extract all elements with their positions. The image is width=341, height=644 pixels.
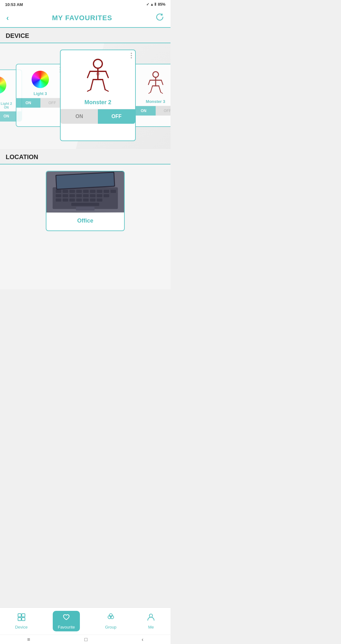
svg-rect-35 [76, 194, 82, 197]
location-cards: Office [0, 164, 170, 239]
monster3-image-area [140, 64, 171, 99]
light3-toggle: ON OFF [16, 98, 64, 108]
device-section: Light 2 ON ON [0, 43, 170, 149]
svg-rect-47 [71, 203, 99, 206]
svg-rect-29 [97, 190, 102, 193]
office-name: Office [46, 212, 124, 230]
monster2-name: Monster 2 [84, 99, 111, 106]
svg-line-4 [106, 71, 108, 78]
office-image [46, 171, 124, 212]
svg-rect-44 [83, 199, 89, 202]
monster2-menu[interactable] [131, 53, 132, 58]
monster3-figure [146, 71, 165, 96]
svg-rect-48 [76, 207, 94, 211]
light2-color-wheel-container [0, 76, 17, 98]
location-section: Office [0, 164, 170, 239]
monster3-off-button[interactable]: OFF [156, 106, 171, 116]
svg-line-17 [151, 86, 153, 92]
svg-line-8 [87, 90, 91, 91]
svg-line-9 [105, 90, 108, 91]
svg-rect-24 [63, 190, 68, 193]
svg-point-10 [96, 72, 100, 76]
devices-carousel: Light 2 ON ON [0, 43, 170, 149]
bluetooth-icon: ✓ [146, 2, 149, 7]
svg-rect-30 [104, 190, 109, 193]
monster2-image-area [77, 50, 118, 99]
svg-line-20 [161, 92, 163, 93]
status-bar: 10:53 AM ✓ ▴ Ⅱ 85% [0, 0, 170, 9]
monster3-card[interactable]: Monster 3 ON OFF [131, 64, 170, 127]
refresh-button[interactable] [155, 13, 164, 23]
svg-point-0 [93, 59, 102, 68]
light3-card[interactable]: Light 3 ON OFF [16, 64, 65, 127]
svg-rect-46 [97, 199, 102, 202]
monster2-card[interactable]: Monster 2 ON OFF [60, 50, 136, 141]
page-title: MY FAVOURITES [9, 14, 155, 22]
svg-rect-28 [90, 190, 96, 193]
light2-color-wheel [0, 76, 6, 94]
location-section-header: LOCATION [0, 149, 170, 164]
svg-rect-37 [90, 194, 96, 197]
light3-image-area [25, 64, 55, 91]
svg-line-18 [159, 86, 161, 92]
light2-name: Light 2 ON [0, 102, 13, 109]
svg-rect-41 [63, 199, 68, 202]
svg-rect-23 [56, 190, 62, 193]
monster3-name: Monster 3 [146, 99, 165, 104]
empty-section [0, 239, 170, 289]
battery-display: 85% [158, 2, 165, 7]
svg-line-7 [103, 80, 105, 90]
svg-rect-33 [63, 194, 68, 197]
svg-rect-34 [69, 194, 75, 197]
light3-name: Light 3 [33, 91, 47, 96]
svg-line-19 [149, 92, 151, 93]
svg-rect-32 [56, 194, 62, 197]
svg-rect-40 [56, 199, 62, 202]
svg-line-14 [148, 80, 150, 85]
status-icons: ✓ ▴ Ⅱ 85% [146, 2, 165, 7]
svg-rect-26 [76, 190, 82, 193]
svg-point-11 [153, 72, 159, 77]
svg-rect-36 [83, 194, 89, 197]
signal-icon: Ⅱ [154, 2, 156, 7]
svg-rect-27 [83, 190, 89, 193]
svg-rect-25 [69, 190, 75, 193]
light3-on-button[interactable]: ON [16, 98, 40, 108]
device-section-header: DEVICE [0, 28, 170, 43]
svg-line-3 [87, 71, 90, 78]
svg-line-15 [161, 80, 163, 85]
svg-rect-42 [69, 199, 75, 202]
time-display: 10:53 AM [5, 2, 23, 7]
monster2-on-button[interactable]: ON [61, 109, 98, 124]
header: ‹ MY FAVOURITES [0, 9, 170, 28]
monster2-off-button[interactable]: OFF [98, 109, 135, 124]
office-card[interactable]: Office [46, 171, 125, 231]
monster3-toggle: ON OFF [132, 106, 170, 116]
monster2-toggle: ON OFF [61, 109, 135, 124]
svg-line-6 [91, 80, 93, 90]
laptop-svg [46, 171, 124, 212]
svg-rect-39 [104, 194, 109, 197]
svg-rect-38 [97, 194, 102, 197]
main-content: DEVICE Light 2 ON [0, 28, 170, 321]
monster2-figure [84, 58, 112, 94]
wifi-icon: ▴ [151, 2, 153, 7]
svg-rect-45 [90, 199, 96, 202]
back-button[interactable]: ‹ [6, 14, 9, 22]
light3-color-wheel [32, 71, 49, 88]
svg-rect-43 [76, 199, 82, 202]
svg-rect-31 [111, 190, 116, 193]
